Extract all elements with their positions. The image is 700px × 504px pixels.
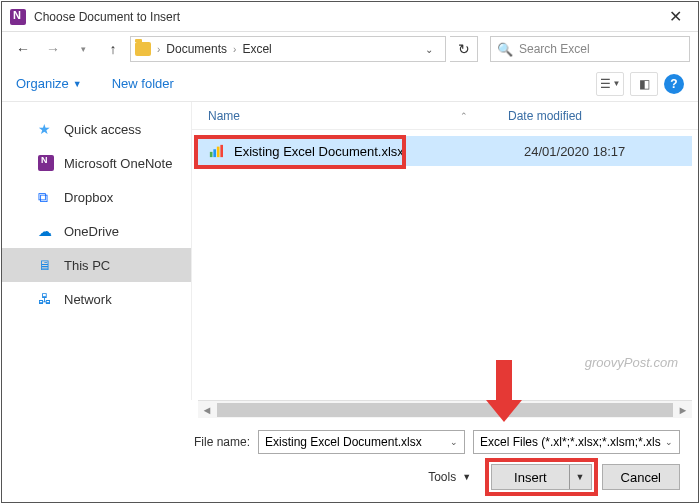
button-row: Tools ▼ Insert ▼ Cancel bbox=[20, 464, 680, 490]
preview-pane-button[interactable]: ◧ bbox=[630, 72, 658, 96]
svg-rect-2 bbox=[217, 147, 220, 158]
horizontal-scrollbar[interactable]: ◄ ► bbox=[198, 400, 692, 418]
scroll-thumb[interactable] bbox=[217, 403, 673, 417]
sidebar: ★ Quick access Microsoft OneNote ⧉ Dropb… bbox=[2, 102, 192, 400]
svg-rect-1 bbox=[213, 149, 216, 157]
insert-dropdown[interactable]: ▼ bbox=[570, 472, 591, 482]
network-icon: 🖧 bbox=[38, 291, 54, 307]
monitor-icon: 🖥 bbox=[38, 257, 54, 273]
scroll-right-icon[interactable]: ► bbox=[674, 404, 692, 416]
filename-label: File name: bbox=[20, 435, 250, 449]
filename-input[interactable]: Existing Excel Document.xlsx ⌄ bbox=[258, 430, 465, 454]
onenote-icon bbox=[38, 155, 54, 171]
recent-dropdown[interactable]: ▾ bbox=[70, 36, 96, 62]
scroll-left-icon[interactable]: ◄ bbox=[198, 404, 216, 416]
file-type-filter[interactable]: Excel Files (*.xl*;*.xlsx;*.xlsm;*.xls ⌄ bbox=[473, 430, 680, 454]
svg-rect-3 bbox=[220, 145, 223, 157]
forward-button: → bbox=[40, 36, 66, 62]
up-button[interactable]: ↑ bbox=[100, 36, 126, 62]
file-dialog: Choose Document to Insert ✕ ← → ▾ ↑ › Do… bbox=[1, 1, 699, 503]
dialog-title: Choose Document to Insert bbox=[34, 10, 653, 24]
excel-file-icon bbox=[208, 143, 224, 159]
chevron-down-icon[interactable]: ⌄ bbox=[450, 437, 458, 447]
organize-menu[interactable]: Organize ▼ bbox=[16, 76, 82, 91]
filename-row: File name: Existing Excel Document.xlsx … bbox=[20, 430, 680, 454]
file-name: Existing Excel Document.xlsx bbox=[234, 144, 524, 159]
chevron-down-icon[interactable]: ⌄ bbox=[665, 437, 673, 447]
file-date: 24/01/2020 18:17 bbox=[524, 144, 692, 159]
file-row[interactable]: Existing Excel Document.xlsx 24/01/2020 … bbox=[198, 136, 692, 166]
chevron-down-icon: ▼ bbox=[73, 79, 82, 89]
cancel-button[interactable]: Cancel bbox=[602, 464, 680, 490]
sidebar-item-this-pc[interactable]: 🖥 This PC bbox=[2, 248, 191, 282]
column-headers: Name ⌃ Date modified bbox=[192, 102, 698, 130]
bottom-panel: File name: Existing Excel Document.xlsx … bbox=[2, 418, 698, 502]
help-button[interactable]: ? bbox=[664, 74, 684, 94]
file-pane: Name ⌃ Date modified Existing Excel Docu… bbox=[192, 102, 698, 400]
column-name[interactable]: Name ⌃ bbox=[208, 109, 508, 123]
view-options-button[interactable]: ☰ ▼ bbox=[596, 72, 624, 96]
address-dropdown-icon[interactable]: ⌄ bbox=[417, 44, 441, 55]
chevron-down-icon: ▼ bbox=[462, 472, 471, 482]
sidebar-item-network[interactable]: 🖧 Network bbox=[2, 282, 191, 316]
onenote-icon bbox=[10, 9, 26, 25]
address-bar[interactable]: › Documents › Excel ⌄ bbox=[130, 36, 446, 62]
svg-rect-0 bbox=[210, 152, 213, 157]
sidebar-item-onedrive[interactable]: ☁ OneDrive bbox=[2, 214, 191, 248]
tools-menu[interactable]: Tools ▼ bbox=[428, 470, 471, 484]
sidebar-item-onenote[interactable]: Microsoft OneNote bbox=[2, 146, 191, 180]
watermark: groovyPost.com bbox=[585, 355, 678, 370]
dropbox-icon: ⧉ bbox=[38, 189, 54, 205]
new-folder-button[interactable]: New folder bbox=[112, 76, 174, 91]
column-date[interactable]: Date modified bbox=[508, 109, 698, 123]
dialog-body: ★ Quick access Microsoft OneNote ⧉ Dropb… bbox=[2, 102, 698, 400]
sort-indicator-icon: ⌃ bbox=[460, 111, 468, 121]
breadcrumb-root[interactable]: Documents bbox=[162, 42, 231, 56]
search-placeholder: Search Excel bbox=[519, 42, 590, 56]
breadcrumb-folder[interactable]: Excel bbox=[238, 42, 275, 56]
star-icon: ★ bbox=[38, 121, 54, 137]
nav-row: ← → ▾ ↑ › Documents › Excel ⌄ ↻ 🔍 Search… bbox=[2, 32, 698, 66]
chevron-icon: › bbox=[233, 44, 236, 55]
search-input[interactable]: 🔍 Search Excel bbox=[490, 36, 690, 62]
refresh-button[interactable]: ↻ bbox=[450, 36, 478, 62]
insert-button[interactable]: Insert ▼ bbox=[491, 464, 591, 490]
chevron-icon: › bbox=[157, 44, 160, 55]
cloud-icon: ☁ bbox=[38, 223, 54, 239]
sidebar-item-dropbox[interactable]: ⧉ Dropbox bbox=[2, 180, 191, 214]
back-button[interactable]: ← bbox=[10, 36, 36, 62]
search-icon: 🔍 bbox=[497, 42, 513, 57]
folder-icon bbox=[135, 42, 151, 56]
close-button[interactable]: ✕ bbox=[653, 2, 698, 32]
sidebar-item-quick-access[interactable]: ★ Quick access bbox=[2, 112, 191, 146]
titlebar: Choose Document to Insert ✕ bbox=[2, 2, 698, 32]
toolbar: Organize ▼ New folder ☰ ▼ ◧ ? bbox=[2, 66, 698, 102]
